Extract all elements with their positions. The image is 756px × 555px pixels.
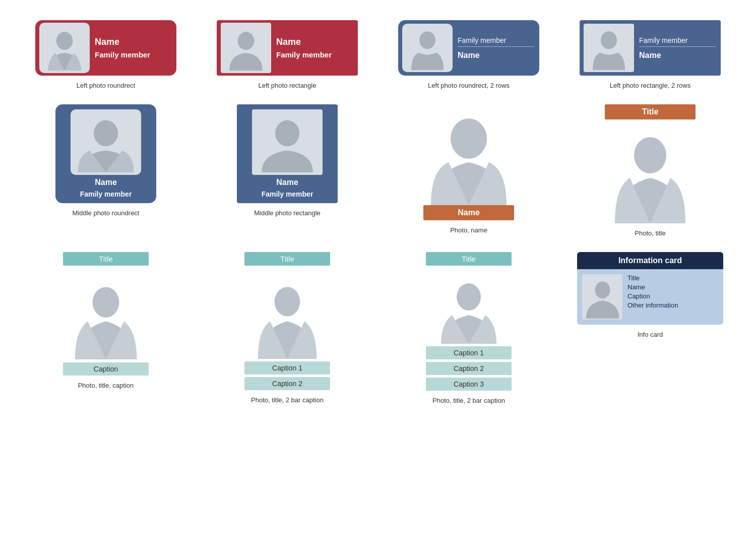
photo-area-5 bbox=[71, 109, 141, 175]
card-photo-name: Name Photo, name bbox=[383, 104, 554, 237]
card-display-4: Family member Name bbox=[580, 20, 721, 76]
photo-area-8 bbox=[610, 122, 690, 223]
svg-point-16 bbox=[451, 118, 487, 159]
member-label-1: Family member bbox=[95, 50, 150, 59]
text-area-4: Family member Name bbox=[639, 36, 721, 60]
card-display-6: Name Family member bbox=[237, 104, 338, 203]
photo-area-7 bbox=[426, 104, 512, 205]
caption2-bar-10: Caption 2 bbox=[244, 377, 330, 390]
card-display-3: Family member Name bbox=[398, 20, 539, 76]
info-caption-12: Caption bbox=[627, 292, 718, 300]
title-bar-11: Title bbox=[426, 252, 512, 266]
svg-point-19 bbox=[275, 287, 300, 316]
svg-point-7 bbox=[238, 32, 255, 50]
card-display-5: Name Family member bbox=[55, 104, 156, 203]
info-other-12: Other information bbox=[627, 301, 718, 309]
family-label-3: Family member bbox=[458, 36, 534, 47]
photo-area-10 bbox=[252, 268, 323, 359]
card-caption-9: Photo, title, caption bbox=[78, 382, 134, 389]
svg-point-17 bbox=[634, 137, 666, 173]
card-caption-7: Photo, name bbox=[450, 226, 487, 234]
card-photo-title-3bar-caption: Title Caption 1 Caption 2 Caption 3 Phot… bbox=[383, 252, 554, 404]
card-photo-title-caption: Title Caption Photo, title, caption bbox=[20, 252, 192, 404]
title-bar-10: Title bbox=[244, 252, 330, 266]
info-name-12: Name bbox=[627, 283, 718, 291]
photo-area-6 bbox=[252, 109, 323, 175]
card-middle-photo-rectangle: Name Family member Middle photo rectangl… bbox=[202, 104, 373, 237]
caption-bar-9: Caption bbox=[63, 362, 149, 376]
member-label-6: Family member bbox=[262, 190, 313, 198]
photo-area-12 bbox=[582, 274, 622, 320]
name-label-3: Name bbox=[458, 49, 534, 60]
card-caption-12: Info card bbox=[638, 331, 663, 338]
card-left-photo-roundrect: Name Family member Left photo roundrect bbox=[20, 20, 192, 89]
svg-point-18 bbox=[93, 287, 119, 317]
info-title-12: Title bbox=[627, 274, 718, 282]
text-area-3: Family member Name bbox=[458, 36, 539, 60]
card-caption-6: Middle photo rectangle bbox=[254, 209, 321, 217]
svg-point-9 bbox=[419, 31, 435, 49]
text-area-1: Name Family member bbox=[95, 37, 150, 59]
name-label-5: Name bbox=[95, 178, 117, 187]
member-label-5: Family member bbox=[80, 190, 132, 198]
card-display-1: Name Family member bbox=[35, 20, 176, 76]
name-label-4: Name bbox=[639, 49, 716, 60]
card-caption-2: Left photo rectangle bbox=[259, 82, 317, 89]
family-label-4: Family member bbox=[639, 36, 716, 47]
photo-area-1 bbox=[39, 23, 90, 73]
card-display-12: Information card Title Name Caption Othe… bbox=[577, 252, 723, 325]
photo-area-9 bbox=[68, 269, 144, 359]
card-display-8: Title bbox=[597, 104, 703, 223]
card-display-11: Title Caption 1 Caption 2 Caption 3 bbox=[418, 252, 519, 391]
caption1-bar-10: Caption 1 bbox=[244, 361, 330, 375]
card-caption-5: Middle photo roundrect bbox=[73, 209, 140, 217]
caption3-bar-11: Caption 3 bbox=[426, 378, 512, 391]
card-caption-4: Left photo rectangle, 2 rows bbox=[610, 82, 690, 89]
card-caption-10: Photo, title, 2 bar caption bbox=[251, 396, 324, 404]
name-label-2: Name bbox=[276, 37, 332, 47]
svg-point-11 bbox=[601, 31, 617, 49]
card-caption-1: Left photo roundrect bbox=[77, 82, 135, 89]
card-display-2: Name Family member bbox=[217, 20, 358, 76]
name-bar-7: Name bbox=[423, 205, 514, 220]
name-label-1: Name bbox=[95, 37, 150, 47]
photo-area-3 bbox=[402, 24, 453, 72]
photo-area-4 bbox=[584, 24, 634, 72]
info-header-12: Information card bbox=[577, 252, 723, 269]
card-left-photo-rectangle-2rows: Family member Name Left photo rectangle,… bbox=[564, 20, 736, 89]
card-left-photo-roundrect-2rows: Family member Name Left photo roundrect,… bbox=[383, 20, 554, 89]
photo-area-11 bbox=[436, 268, 501, 344]
svg-point-5 bbox=[56, 32, 73, 50]
svg-point-15 bbox=[275, 120, 299, 147]
card-photo-title-2bar-caption: Title Caption 1 Caption 2 Photo, title, … bbox=[202, 252, 373, 404]
card-caption-8: Photo, title bbox=[635, 229, 665, 237]
caption2-bar-11: Caption 2 bbox=[426, 362, 512, 375]
name-label-6: Name bbox=[276, 178, 298, 187]
card-display-10: Title Caption 1 Caption 2 bbox=[237, 252, 338, 390]
info-text-12: Title Name Caption Other information bbox=[627, 274, 718, 309]
svg-point-13 bbox=[94, 120, 118, 147]
text-area-2: Name Family member bbox=[276, 37, 332, 59]
svg-point-20 bbox=[457, 283, 481, 311]
card-photo-title: Title Photo, title bbox=[564, 104, 736, 237]
card-display-9: Title Caption bbox=[55, 252, 156, 376]
svg-point-22 bbox=[595, 281, 610, 298]
caption1-bar-11: Caption 1 bbox=[426, 346, 512, 359]
member-label-2: Family member bbox=[276, 50, 332, 59]
card-caption-3: Left photo roundrect, 2 rows bbox=[428, 82, 510, 89]
card-display-7: Name bbox=[416, 104, 522, 220]
title-bar-9: Title bbox=[63, 252, 149, 266]
photo-area-2 bbox=[221, 23, 271, 73]
card-middle-photo-roundrect: Name Family member Middle photo roundrec… bbox=[20, 104, 192, 237]
info-body-12: Title Name Caption Other information bbox=[577, 269, 723, 325]
title-bar-8: Title bbox=[605, 104, 696, 119]
card-info-card: Information card Title Name Caption Othe… bbox=[564, 252, 736, 404]
card-caption-11: Photo, title, 2 bar caption bbox=[432, 397, 505, 404]
card-left-photo-rectangle: Name Family member Left photo rectangle bbox=[202, 20, 373, 89]
